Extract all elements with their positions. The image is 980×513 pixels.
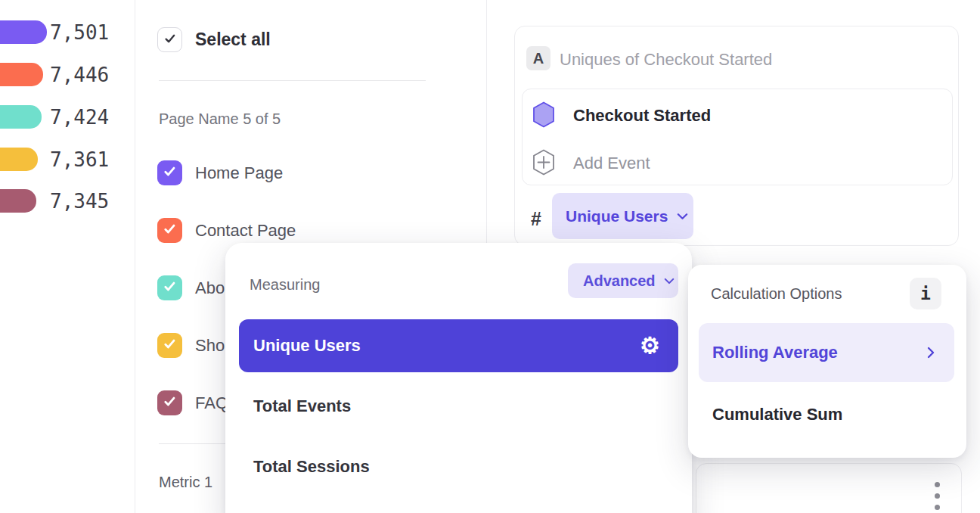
bar-value-label: 7,501 xyxy=(50,20,109,44)
bar-value-label: 7,361 xyxy=(50,148,109,171)
menu-option-total-sessions[interactable]: Total Sessions xyxy=(253,457,370,477)
series-badge: A xyxy=(526,46,550,70)
menu-option-label: Unique Users xyxy=(253,336,361,356)
filter-group-label: Page Name 5 of 5 xyxy=(159,110,281,128)
filter-item-label[interactable]: Contact Page xyxy=(195,218,296,243)
calculation-options-menu: Calculation Options i Rolling Average Cu… xyxy=(688,265,966,458)
select-all-label[interactable]: Select all xyxy=(195,27,271,52)
measure-dropdown-label: Unique Users xyxy=(566,207,668,225)
event-name[interactable]: Checkout Started xyxy=(573,106,711,126)
chart-bar xyxy=(0,63,43,86)
checkmark-icon xyxy=(163,32,177,48)
calc-option-label: Rolling Average xyxy=(712,343,838,362)
chart-bar xyxy=(0,148,38,171)
advanced-mode-dropdown[interactable]: Advanced xyxy=(568,263,678,298)
gear-icon[interactable]: ⚙ xyxy=(640,334,660,357)
checkbox-shop-page[interactable] xyxy=(157,333,182,358)
insights-screen: 7,501 7,446 7,424 7,361 7,345 Select all… xyxy=(0,0,980,513)
panel-divider xyxy=(135,0,135,513)
chart-bar xyxy=(0,20,47,44)
checkbox-home-page[interactable] xyxy=(157,160,182,185)
select-all-checkbox[interactable] xyxy=(157,27,182,52)
measuring-menu-title: Measuring xyxy=(250,276,320,294)
add-event-hexagon-icon xyxy=(532,148,556,179)
checkmark-icon xyxy=(163,279,177,297)
calculation-options-title: Calculation Options xyxy=(711,285,842,303)
kebab-menu-icon[interactable] xyxy=(935,482,940,510)
next-metric-card xyxy=(696,463,962,513)
checkbox-about-page[interactable] xyxy=(157,275,182,300)
divider xyxy=(159,80,426,81)
info-icon[interactable]: i xyxy=(910,278,941,309)
checkmark-icon xyxy=(163,222,177,239)
calc-option-rolling-average[interactable]: Rolling Average xyxy=(699,323,954,382)
bar-value-label: 7,446 xyxy=(50,63,109,86)
menu-option-unique-users[interactable]: Unique Users ⚙ xyxy=(239,319,678,372)
metric-label: Metric 1 xyxy=(159,474,212,491)
menu-option-total-events[interactable]: Total Events xyxy=(253,396,351,416)
measuring-menu: Measuring Advanced Unique Users ⚙ Total … xyxy=(225,243,692,513)
checkbox-contact-page[interactable] xyxy=(157,218,182,243)
measure-symbol: # xyxy=(531,208,541,230)
add-event-button[interactable]: Add Event xyxy=(573,154,650,173)
checkbox-faq-page[interactable] xyxy=(157,390,182,415)
measure-dropdown[interactable]: Unique Users xyxy=(552,193,693,239)
filter-item-label[interactable]: Home Page xyxy=(195,160,283,185)
bar-value-label: 7,424 xyxy=(50,105,109,129)
chevron-right-icon xyxy=(927,347,935,359)
chart-bar xyxy=(0,105,42,129)
chevron-down-icon xyxy=(677,213,688,220)
checkmark-icon xyxy=(163,337,177,354)
advanced-mode-label: Advanced xyxy=(583,272,656,290)
checkmark-icon xyxy=(163,394,177,412)
event-hexagon-icon xyxy=(532,101,556,132)
checkmark-icon xyxy=(163,164,177,182)
series-title-input[interactable]: Uniques of Checkout Started xyxy=(560,50,772,70)
chevron-down-icon xyxy=(664,278,675,284)
chart-bar xyxy=(0,189,36,213)
bar-value-label: 7,345 xyxy=(50,189,109,213)
calc-option-cumulative-sum[interactable]: Cumulative Sum xyxy=(712,405,842,424)
